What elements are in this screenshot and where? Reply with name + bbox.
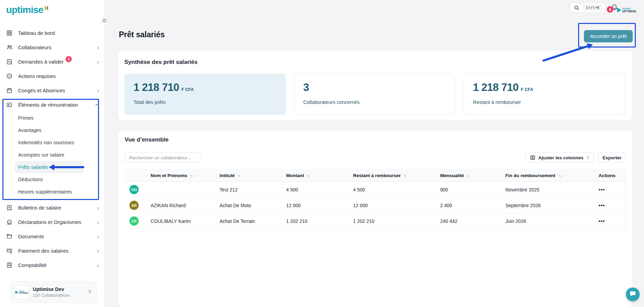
sort-icon[interactable]: ↑↓ [238, 174, 240, 177]
avatar: AR [129, 201, 139, 210]
calendar-icon [6, 87, 13, 94]
col-header-mensualite[interactable]: Mensualité↑↓ [440, 173, 505, 178]
row-actions-menu-button[interactable]: ••• [594, 187, 626, 192]
sidebar-item-documents[interactable]: Documents › [0, 229, 104, 243]
overview-title: Vue d’ensemble [125, 136, 626, 143]
sidebar-item-label: Tableau de bord [18, 30, 55, 36]
table-row[interactable]: OO Test 212 4 500 4 500 900 Novembre 202… [125, 182, 626, 198]
stat-card-restant: 1 218 710F CFA Restant à rembourser [464, 74, 625, 115]
company-logo: DEMOUPTIMISE [15, 285, 29, 299]
page-title: Prêt salariés [119, 30, 165, 39]
sort-icon[interactable]: ↑↓ [307, 174, 309, 177]
loans-table: Nom et Prénoms↑↓ Intitulé↑↓ Montant↑↓ Re… [125, 169, 626, 229]
adjust-columns-button[interactable]: Ajuster les colonnes [526, 152, 594, 163]
loan-remaining: 4 500 [353, 187, 440, 192]
loan-monthly: 900 [440, 187, 505, 192]
table-row[interactable]: ARAZIKAN Richard Achat De Moto 12 000 12… [125, 198, 626, 213]
sidebar-item-bulletins[interactable]: Bulletins de salaire › [0, 200, 104, 215]
sidebar-item-demandes-a-valider[interactable]: Demandes à valider 5 › [0, 54, 104, 69]
stat-value: 1 218 710 [134, 81, 179, 94]
loan-title: Achat De Terrain [220, 218, 286, 224]
loan-monthly: 240 442 [440, 218, 505, 224]
sidebar-subitem-indemnites[interactable]: Indemnités non soumises [15, 136, 83, 149]
col-header-intitule[interactable]: Intitulé↑↓ [220, 173, 286, 178]
chevron-down-icon [95, 102, 98, 107]
sidebar-collapse-button[interactable] [101, 16, 109, 24]
chevron-right-icon: › [97, 219, 99, 225]
loan-end-date: Juin 2026 [505, 218, 594, 224]
col-header-restant[interactable]: Restant à rembourser↑↓ [353, 173, 440, 178]
loan-remaining: 12 000 [353, 203, 440, 208]
folder-icon [6, 233, 13, 240]
sidebar-subitem-deductions[interactable]: Déductions [15, 173, 83, 186]
employee-name: COULIBALY Karim [151, 218, 191, 224]
sidebar-item-label: Éléments de rémunération [18, 102, 78, 108]
brand-logo[interactable]: uptimise [0, 0, 104, 21]
col-header-fin[interactable]: Fin du remboursement↑↓ [505, 173, 594, 178]
banknote-icon [6, 101, 13, 108]
stat-label: Total des prêts [134, 99, 277, 105]
sidebar-item-label: Déclarations et Organismes [18, 219, 81, 225]
global-search-button[interactable]: Ctrl+K [570, 3, 606, 13]
main-content: Ctrl+K 8 DEMOUPTIMISE Prêt salariés Acco… [105, 0, 644, 307]
loan-amount: 1 202 210 [286, 218, 353, 224]
table-controls: Ajuster les colonnes Exporter [125, 152, 626, 163]
chevron-right-icon: › [97, 87, 99, 94]
col-header-nom[interactable]: Nom et Prénoms↑↓ [125, 173, 220, 178]
company-name: Uptimise Dev [33, 286, 87, 292]
pending-count-badge: 5 [66, 56, 72, 62]
clipboard-check-icon [6, 58, 13, 65]
sidebar-subitem-heures-supp[interactable]: Heures supplémentaires [15, 186, 83, 198]
employee-name: AZIKAN Richard [151, 203, 186, 208]
col-header-montant[interactable]: Montant↑↓ [286, 173, 353, 178]
sort-icon[interactable]: ↑↓ [404, 174, 406, 177]
sidebar-item-paiement[interactable]: Paiement des salaires › [0, 243, 104, 258]
sort-icon[interactable]: ↑↓ [190, 174, 192, 177]
loan-remaining: 1 202 210 [353, 218, 440, 224]
loan-end-date: Novembre 2025 [505, 187, 594, 192]
chevron-right-icon: › [97, 204, 99, 211]
sidebar-subitem-primes[interactable]: Primes [15, 112, 83, 124]
sidebar-item-label: Demandes à valider [18, 59, 64, 65]
sidebar-item-comptabilite[interactable]: Comptabilité › [0, 258, 104, 272]
loan-title: Test 212 [220, 187, 286, 192]
chat-widget-button[interactable] [626, 288, 640, 301]
chevrons-up-down-icon [87, 289, 92, 296]
sidebar-item-collaborateurs[interactable]: Collaborateurs › [0, 40, 104, 54]
loan-amount: 12 000 [286, 203, 353, 208]
brand-logo-text: uptimise [6, 5, 43, 15]
sidebar-item-label: Comptabilité [18, 262, 46, 268]
sidebar-item-actions-requises[interactable]: Actions requises [0, 69, 104, 83]
collaborator-search-input[interactable] [125, 152, 200, 163]
sidebar-item-declarations[interactable]: Déclarations et Organismes › [0, 215, 104, 229]
row-actions-menu-button[interactable]: ••• [594, 202, 626, 208]
sort-icon[interactable]: ↑↓ [467, 174, 469, 177]
overview-section: Vue d’ensemble Ajuster les colonnes Expo… [118, 130, 632, 307]
sidebar-item-elements-remuneration[interactable]: Éléments de rémunération [0, 97, 104, 112]
avatar: CK [129, 216, 139, 226]
avatar: OO [129, 185, 139, 194]
synthese-section: Synthèse des prêt salariés 1 218 710F CF… [118, 51, 632, 120]
user-avatar[interactable]: DEMOUPTIMISE [617, 8, 636, 13]
sidebar-subitem-prets-salaries[interactable]: Prêts salariés [15, 161, 83, 173]
table-row[interactable]: CKCOULIBALY Karim Achat De Terrain 1 202… [125, 213, 626, 229]
sidebar-item-conges-absences[interactable]: Congés et Absences › [0, 83, 104, 97]
sidebar-subitem-acomptes[interactable]: Acomptes sur salaire [15, 149, 83, 161]
sidebar-item-tableau-de-bord[interactable]: Tableau de bord [0, 26, 104, 40]
stat-value: 1 218 710 [473, 81, 518, 94]
sidebar-subitem-avantages[interactable]: Avantages [15, 124, 83, 136]
accorder-un-pret-button[interactable]: Accorder un prêt [584, 30, 633, 42]
brand-flag-icon [45, 6, 48, 10]
company-subtitle: 110 Collaborateurs [33, 293, 87, 298]
chevron-right-icon: › [97, 262, 99, 268]
columns-icon [530, 155, 535, 160]
sort-icon[interactable]: ↑↓ [558, 174, 560, 177]
demo-uptimise-logo-icon: DEMOUPTIMISE [15, 291, 28, 294]
sidebar-nav: Tableau de bord Collaborateurs › Demande… [0, 21, 104, 272]
calculator-icon [6, 262, 13, 268]
chevron-right-icon: › [97, 233, 99, 240]
sidebar-item-label: Bulletins de salaire [18, 205, 61, 211]
row-actions-menu-button[interactable]: ••• [594, 218, 626, 224]
export-button[interactable]: Exporter [598, 152, 626, 163]
company-selector[interactable]: DEMOUPTIMISE Uptimise Dev 110 Collaborat… [10, 281, 97, 303]
